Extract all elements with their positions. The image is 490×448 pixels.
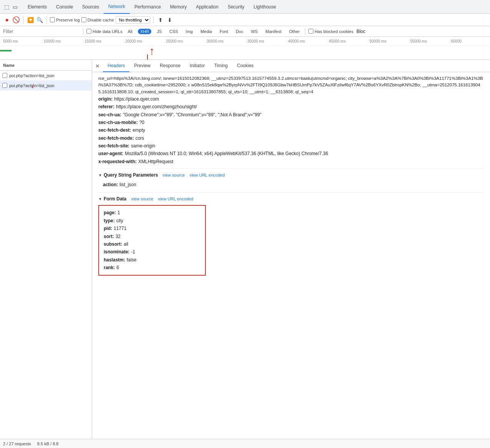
request-item-1[interactable]: poi.php?action=list_json	[0, 71, 92, 81]
tab-network[interactable]: Network	[104, 0, 130, 14]
preserve-log-checkbox[interactable]	[50, 17, 55, 22]
timeline-mark-1: 5000 ms	[2, 39, 42, 43]
tab-elements[interactable]: Elements	[23, 0, 51, 14]
timeline-progress-bar	[0, 50, 12, 51]
hide-data-urls-label[interactable]: Hide data URLs	[86, 29, 122, 34]
timeline-mark-7: 35000 ms	[246, 39, 286, 43]
header-key-sec-fetch-mode: sec-fetch-mode:	[98, 134, 134, 142]
request-item-1-checkbox[interactable]	[2, 73, 7, 78]
query-string-view-url-encoded[interactable]: view URL encoded	[189, 172, 225, 179]
form-param-rank: rank: 6	[104, 264, 200, 271]
devtools-icons: ⬚ ▭	[3, 3, 18, 10]
tab-memory[interactable]: Memory	[166, 0, 191, 14]
detail-tab-initiator[interactable]: Initiator	[185, 60, 209, 72]
filter-type-all[interactable]: All	[126, 29, 135, 34]
request-list-name-col: Name	[3, 63, 15, 68]
timeline-ruler: 5000 ms 10000 ms 15000 ms 20000 ms 25000…	[0, 37, 490, 46]
cursor-icon[interactable]: ⬚	[3, 3, 10, 10]
form-param-subsort-val: all	[124, 240, 128, 248]
blocked-cookies-text: Has blocked cookies	[315, 29, 353, 34]
request-item-2[interactable]: poi.php?action=list_json	[0, 81, 92, 91]
header-val-sec-fetch-mode: cors	[136, 134, 144, 142]
filter-type-js[interactable]: JS	[154, 29, 164, 34]
header-row-sec-ch-ua-mobile: sec-ch-ua-mobile: ?0	[98, 119, 484, 126]
filter-type-ws[interactable]: WS	[248, 29, 260, 34]
form-param-pid-key: pid:	[104, 225, 112, 232]
upload-button[interactable]: ⬆	[157, 16, 164, 24]
device-icon[interactable]: ▭	[12, 3, 18, 10]
header-val-sec-ch-ua: "Google Chrome";v="89", "Chromium";v="89…	[123, 111, 262, 119]
query-string-toggle[interactable]: ▼ Query String Parameters	[98, 171, 158, 179]
tab-application[interactable]: Application	[191, 0, 223, 14]
form-param-sort-val: 32	[116, 233, 121, 240]
filter-type-img[interactable]: Img	[184, 29, 195, 34]
header-key-sec-ch-ua: sec-ch-ua:	[98, 111, 121, 119]
tab-sources[interactable]: Sources	[78, 0, 104, 14]
filter-type-font[interactable]: Font	[217, 29, 230, 34]
filter-type-xhr[interactable]: XHR	[138, 29, 151, 34]
header-val-sec-ch-ua-mobile: ?0	[139, 119, 144, 126]
tab-performance[interactable]: Performance	[130, 0, 166, 14]
form-data-view-url-encoded[interactable]: view URL encoded	[158, 195, 193, 203]
header-key-user-agent: user-agent:	[98, 150, 123, 157]
preserve-log-label[interactable]: Preserve log	[50, 17, 80, 22]
detail-tab-preview[interactable]: Preview	[129, 60, 155, 72]
tab-lighthouse[interactable]: Lighthouse	[249, 0, 281, 14]
detail-tab-response[interactable]: Response	[155, 60, 185, 72]
hide-data-urls-checkbox[interactable]	[86, 29, 91, 34]
tab-bar: ⬚ ▭ Elements Console Sources Network Per…	[0, 0, 490, 14]
header-val-user-agent: Mozilla/5.0 (Windows NT 10.0; Win64; x64…	[125, 150, 328, 157]
timeline-mark-10: 50000 ms	[368, 39, 409, 43]
filter-type-doc[interactable]: Doc	[233, 29, 246, 34]
query-string-view-source[interactable]: view source	[162, 172, 185, 179]
form-data-view-source[interactable]: view source	[131, 195, 153, 203]
form-data-toggle[interactable]: ▼ Form Data	[98, 195, 126, 203]
filter-type-media[interactable]: Media	[198, 29, 214, 34]
header-row-user-agent: user-agent: Mozilla/5.0 (Windows NT 10.0…	[98, 150, 484, 157]
tab-security[interactable]: Security	[223, 0, 249, 14]
form-param-isnominate-val: -1	[131, 248, 135, 256]
request-list-header: Name	[0, 60, 92, 71]
detail-panel: ✕ Headers Preview Response Initiator Tim…	[92, 60, 490, 439]
toolbar-separator-3	[153, 16, 154, 24]
filter-input[interactable]	[3, 29, 80, 34]
query-param-action-val: list_json	[119, 181, 136, 188]
download-button[interactable]: ⬇	[166, 16, 174, 24]
timeline-mark-4: 20000 ms	[124, 39, 164, 43]
header-row-origin: origin: https://place.qyer.com	[98, 95, 484, 103]
filter-type-css[interactable]: CSS	[167, 29, 180, 34]
header-key-sec-fetch-dest: sec-fetch-dest:	[98, 126, 131, 134]
form-param-haslastm-key: haslastm:	[104, 256, 125, 264]
disable-cache-label[interactable]: Disable cache	[81, 17, 114, 22]
disable-cache-checkbox[interactable]	[81, 17, 86, 22]
form-param-page-key: page:	[104, 209, 116, 217]
query-param-action-key: action:	[103, 181, 118, 188]
header-row-x-requested-with: x-requested-with: XMLHttpRequest	[98, 158, 484, 165]
blocked-cookies-label[interactable]: Has blocked cookies	[308, 29, 353, 34]
form-param-pid: pid: 11771	[104, 225, 200, 232]
filter-type-other[interactable]: Other	[287, 29, 302, 34]
request-item-2-checkbox[interactable]	[2, 83, 7, 88]
main-content: Name poi.php?action=list_json poi.php?ac…	[0, 60, 490, 439]
filter-button[interactable]: 🔽	[26, 16, 34, 24]
stop-button[interactable]: 🚫	[12, 16, 20, 24]
detail-tab-headers[interactable]: Headers	[103, 60, 129, 72]
detail-tab-cookies[interactable]: Cookies	[232, 60, 258, 72]
blocked-cookies-checkbox[interactable]	[308, 29, 313, 34]
form-data-arrow-icon: ▼	[98, 196, 102, 202]
search-button[interactable]: 🔍	[36, 16, 43, 24]
form-param-sort: sort: 32	[104, 233, 200, 240]
timeline-panel: 5000 ms 10000 ms 15000 ms 20000 ms 25000…	[0, 37, 490, 60]
throttle-select[interactable]: No throttling	[116, 16, 150, 24]
form-param-sort-key: sort:	[104, 233, 114, 240]
filter-type-manifest[interactable]: Manifest	[263, 29, 284, 34]
tab-console[interactable]: Console	[51, 0, 78, 14]
query-string-arrow-icon: ▼	[98, 172, 102, 179]
detail-tab-timing[interactable]: Timing	[209, 60, 232, 72]
form-param-subsort: subsort: all	[104, 240, 200, 248]
header-val-origin: https://place.qyer.com	[114, 95, 159, 103]
timeline-mark-8: 40000 ms	[286, 39, 327, 43]
record-button[interactable]: ●	[3, 16, 11, 24]
status-requests: 2 / 27 requests	[3, 441, 31, 446]
detail-close-button[interactable]: ✕	[95, 63, 100, 69]
